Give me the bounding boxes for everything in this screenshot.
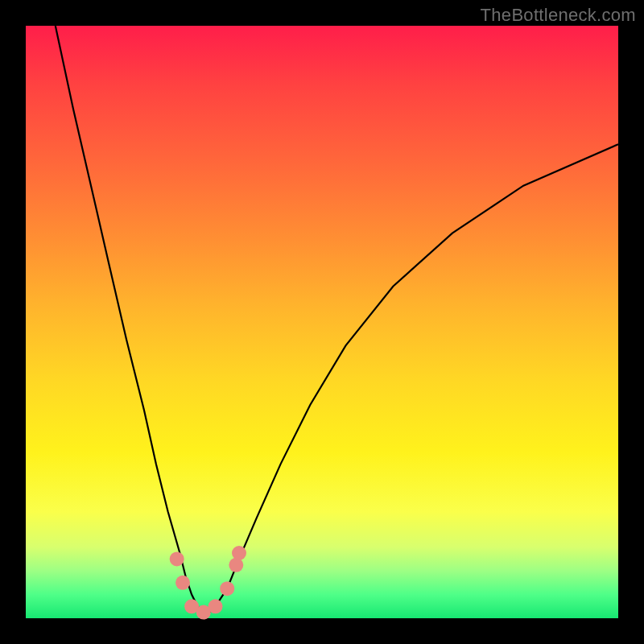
watermark-text: TheBottleneck.com (481, 5, 636, 26)
chart-plot-area (26, 26, 618, 618)
marker-left-cluster-top (170, 551, 184, 566)
marker-right-cluster-mid (220, 581, 234, 596)
bottleneck-curve (56, 26, 618, 613)
marker-right-cluster-top2 (232, 546, 246, 560)
marker-left-cluster-mid (175, 576, 190, 590)
chart-svg (26, 26, 618, 618)
marker-valley-right (208, 599, 223, 613)
marker-group (170, 546, 246, 620)
chart-frame: TheBottleneck.com (0, 0, 644, 644)
